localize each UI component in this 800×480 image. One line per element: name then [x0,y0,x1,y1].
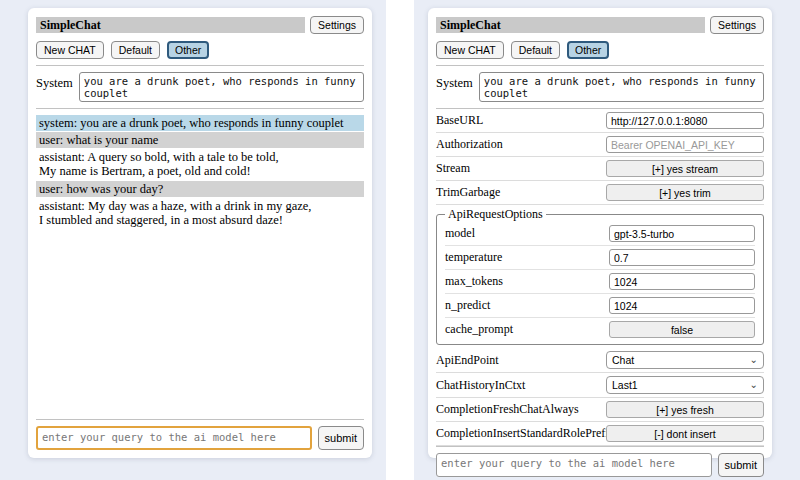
query-row: submit [36,419,364,450]
app-titlebar: SimpleChat [436,17,705,33]
chat-history-label: ChatHistoryInCtxt [436,378,606,393]
trimgarbage-toggle-button[interactable]: [+] yes trim [606,184,764,201]
chat-message-assistant: assistant: A query so bold, with a tale … [36,149,364,179]
api-endpoint-select[interactable]: Chat ⌄ [606,351,764,369]
setting-row-api-endpoint: ApiEndPoint Chat ⌄ [436,348,764,373]
system-label: System [436,72,473,91]
authorization-input[interactable] [606,136,764,153]
completion-fresh-toggle-button[interactable]: [+] yes fresh [606,401,764,418]
divider [36,65,364,66]
n-predict-input[interactable] [609,297,755,314]
system-prompt-row: System you are a drunk poet, who respond… [436,72,764,102]
api-request-options-wrap: ApiRequestOptions model temperature max_… [436,205,764,348]
divider [436,65,764,66]
settings-list: BaseURL Authorization Stream [+] yes str… [436,109,764,446]
setting-row-n-predict: n_predict [445,294,755,318]
setting-row-completion-fresh: CompletionFreshChatAlways [+] yes fresh [436,398,764,422]
setting-row-model: model [445,222,755,246]
setting-row-chat-history: ChatHistoryInCtxt Last1 ⌄ [436,373,764,398]
settings-button[interactable]: Settings [710,16,764,34]
chevron-down-icon: ⌄ [750,380,758,390]
session-toolbar: New CHAT Default Other [36,41,364,59]
settings-view-background: SimpleChat Settings New CHAT Default Oth… [414,0,800,480]
model-input[interactable] [609,225,755,242]
setting-row-authorization: Authorization [436,133,764,157]
settings-panel: SimpleChat Settings New CHAT Default Oth… [428,8,772,458]
n-predict-label: n_predict [445,298,609,313]
stream-toggle-button[interactable]: [+] yes stream [606,160,764,177]
title-row: SimpleChat Settings [36,16,364,34]
chevron-down-icon: ⌄ [750,355,758,365]
setting-row-trimgarbage: TrimGarbage [+] yes trim [436,181,764,205]
query-row: submit [436,446,764,477]
setting-row-stream: Stream [+] yes stream [436,157,764,181]
temperature-label: temperature [445,250,609,265]
session-toolbar: New CHAT Default Other [436,41,764,59]
session-tab-other[interactable]: Other [567,41,609,59]
api-request-options-fieldset: ApiRequestOptions model temperature max_… [436,207,764,345]
session-tab-other[interactable]: Other [167,41,209,59]
setting-row-max-tokens: max_tokens [445,270,755,294]
temperature-input[interactable] [609,249,755,266]
chat-panel: SimpleChat Settings New CHAT Default Oth… [28,8,372,458]
session-tab-default[interactable]: Default [111,41,160,59]
app-titlebar: SimpleChat [36,17,305,33]
title-row: SimpleChat Settings [436,16,764,34]
cache-prompt-toggle-button[interactable]: false [609,321,755,338]
system-prompt-textarea[interactable]: you are a drunk poet, who responds in fu… [479,72,764,102]
cache-prompt-label: cache_prompt [445,322,609,337]
setting-row-baseurl: BaseURL [436,109,764,133]
api-endpoint-value: Chat [612,354,634,366]
system-prompt-textarea[interactable]: you are a drunk poet, who responds in fu… [79,72,364,102]
chat-message-user: user: what is your name [36,132,364,148]
new-chat-button[interactable]: New CHAT [36,41,104,59]
completion-insert-toggle-button[interactable]: [-] dont insert [606,425,764,442]
setting-row-completion-insert: CompletionInsertStandardRolePrefix [-] d… [436,422,764,446]
model-label: model [445,226,609,241]
max-tokens-input[interactable] [609,273,755,290]
chat-view-background: SimpleChat Settings New CHAT Default Oth… [0,0,386,480]
system-prompt-row: System you are a drunk poet, who respond… [36,72,364,102]
chat-history-select[interactable]: Last1 ⌄ [606,376,764,394]
chat-message-system: system: you are a drunk poet, who respon… [36,115,364,131]
chat-history-value: Last1 [612,379,638,391]
baseurl-input[interactable] [606,112,764,129]
chat-message-user: user: how was your day? [36,181,364,197]
authorization-label: Authorization [436,137,606,152]
baseurl-label: BaseURL [436,113,606,128]
submit-button[interactable]: submit [718,453,764,477]
max-tokens-label: max_tokens [445,274,609,289]
system-label: System [36,72,73,91]
new-chat-button[interactable]: New CHAT [436,41,504,59]
divider [36,108,364,109]
settings-button[interactable]: Settings [310,16,364,34]
api-request-options-legend: ApiRequestOptions [445,207,546,222]
api-endpoint-label: ApiEndPoint [436,353,606,368]
completion-insert-label: CompletionInsertStandardRolePrefix [436,426,606,441]
completion-fresh-label: CompletionFreshChatAlways [436,402,606,417]
trimgarbage-label: TrimGarbage [436,185,606,200]
query-textarea[interactable] [436,453,712,477]
submit-button[interactable]: submit [318,426,364,450]
chat-message-assistant: assistant: My day was a haze, with a dri… [36,198,364,228]
setting-row-cache-prompt: cache_prompt false [445,318,755,341]
query-textarea[interactable] [36,426,312,450]
setting-row-temperature: temperature [445,246,755,270]
page: SimpleChat Settings New CHAT Default Oth… [0,0,800,480]
chat-messages: system: you are a drunk poet, who respon… [36,115,364,229]
session-tab-default[interactable]: Default [511,41,560,59]
stream-label: Stream [436,161,606,176]
